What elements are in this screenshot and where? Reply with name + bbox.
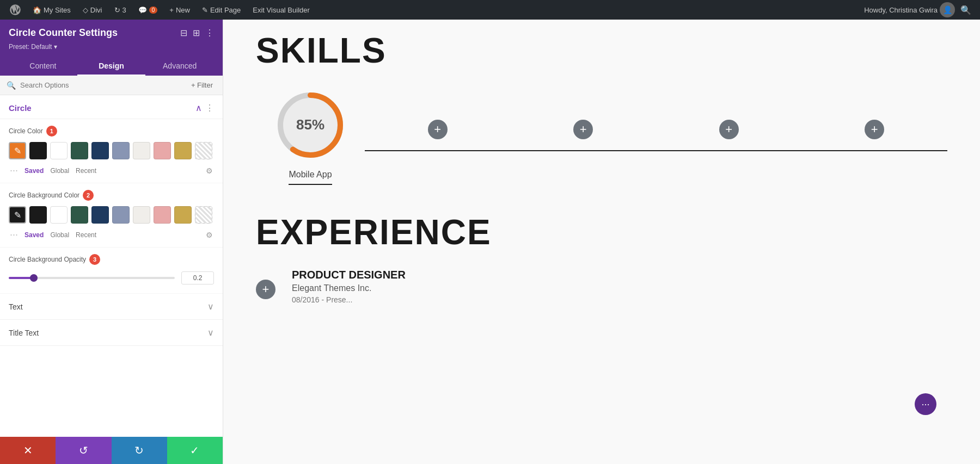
recent-label[interactable]: Recent — [76, 167, 96, 175]
edit-page-btn[interactable]: ✎ Edit Page — [198, 0, 245, 20]
circle-section-title: Circle — [9, 103, 32, 113]
search-input[interactable] — [20, 81, 183, 89]
tab-design[interactable]: Design — [77, 57, 146, 76]
howdy-label: Howdy, Christina Gwira — [864, 6, 938, 14]
bg-color-swatch-cream[interactable] — [133, 206, 150, 224]
my-sites-btn[interactable]: 🏠 My Sites — [28, 0, 75, 20]
admin-bar: 🏠 My Sites ◇ Divi ↻ 3 💬 0 + New ✎ Edit P… — [0, 0, 980, 20]
panel-title: Circle Counter Settings — [9, 27, 118, 39]
more-icon[interactable]: ⋮ — [205, 28, 214, 38]
exit-builder-btn[interactable]: Exit Visual Builder — [248, 0, 314, 20]
panel-tabs: Content Design Advanced — [9, 57, 214, 76]
color-swatch-none[interactable] — [195, 142, 212, 159]
preset-chevron: ▾ — [54, 43, 57, 51]
color-swatch-cream[interactable] — [133, 142, 150, 159]
title-text-section-chevron: ∨ — [207, 327, 214, 338]
circle-section-header: Circle ∧ ⋮ — [0, 95, 223, 119]
admin-bar-right: Howdy, Christina Gwira 👤 🔍 — [864, 2, 975, 17]
job-title: PRODUCT DESIGNER — [292, 269, 947, 281]
pencil-icon: ✎ — [202, 6, 208, 14]
grid-icon[interactable]: ⊞ — [193, 28, 200, 38]
redo-button[interactable]: ↻ — [112, 437, 167, 464]
color-swatch-orange[interactable]: ✎ — [9, 142, 26, 159]
filter-button[interactable]: + Filter — [188, 80, 216, 90]
color-swatch-black[interactable] — [29, 142, 47, 159]
color-swatch-navy[interactable] — [91, 142, 109, 159]
add-module-btn-2[interactable]: + — [573, 120, 593, 139]
bg-swatch-dots[interactable]: ··· — [10, 229, 18, 240]
panel-title-row: Circle Counter Settings ⊟ ⊞ ⋮ — [9, 27, 214, 39]
save-button[interactable]: ✓ — [167, 437, 223, 464]
opacity-slider-thumb[interactable] — [30, 274, 38, 282]
add-line-1 — [365, 150, 511, 151]
add-col-4: + — [802, 87, 948, 151]
bg-color-swatch-none[interactable] — [195, 206, 212, 224]
circle-color-swatches: ✎ — [9, 142, 214, 159]
plus-icon: + — [169, 6, 174, 14]
circle-section-more[interactable]: ⋮ — [205, 103, 214, 113]
new-label: New — [176, 6, 190, 14]
bg-color-swatch-pink[interactable] — [154, 206, 171, 224]
title-text-section[interactable]: Title Text ∨ — [0, 320, 223, 346]
bg-color-swatch-gold[interactable] — [174, 206, 192, 224]
add-module-btn-1[interactable]: + — [428, 120, 448, 139]
search-bar: 🔍 + Filter — [0, 76, 223, 95]
text-section-chevron: ∨ — [207, 301, 214, 312]
search-icon[interactable]: 🔍 — [957, 5, 975, 15]
bg-color-swatch-white[interactable] — [50, 206, 68, 224]
comments-btn[interactable]: 💬 0 — [134, 0, 162, 20]
swatch-gear-icon[interactable]: ⚙ — [206, 166, 213, 175]
undo-button[interactable]: ↺ — [56, 437, 111, 464]
add-module-btn-3[interactable]: + — [719, 120, 739, 139]
opacity-value-input[interactable] — [181, 271, 214, 284]
bg-global-label[interactable]: Global — [50, 231, 69, 239]
opacity-slider-track — [9, 277, 175, 279]
exp-add-btn[interactable]: + — [256, 280, 275, 299]
floating-dots-button[interactable]: ··· — [915, 393, 936, 415]
tab-advanced[interactable]: Advanced — [145, 57, 214, 76]
color-swatch-gold[interactable] — [174, 142, 192, 159]
circle-underline — [289, 184, 332, 185]
bottom-toolbar: ✕ ↺ ↻ ✓ — [0, 437, 223, 464]
add-line-2 — [511, 150, 657, 151]
color-swatch-green[interactable] — [71, 142, 88, 159]
comments-badge: 0 — [149, 7, 158, 14]
add-module-btn-4[interactable]: + — [865, 120, 884, 139]
bg-color-swatch-navy[interactable] — [91, 206, 109, 224]
bg-color-swatch-black[interactable] — [29, 206, 47, 224]
global-label[interactable]: Global — [50, 167, 69, 175]
circle-collapse-chevron[interactable]: ∧ — [195, 103, 202, 113]
search-icon: 🔍 — [7, 81, 16, 90]
bg-color-swatch-green[interactable] — [71, 206, 88, 224]
section-controls: ∧ ⋮ — [195, 103, 214, 113]
wordpress-logo-btn[interactable] — [5, 0, 25, 20]
tab-content[interactable]: Content — [9, 57, 77, 76]
new-btn[interactable]: + New — [165, 0, 194, 20]
preset-label: Preset: Default — [9, 43, 52, 51]
color-swatch-slate[interactable] — [112, 142, 130, 159]
circle-bg-color-badge: 2 — [83, 190, 94, 201]
exp-content: PRODUCT DESIGNER Elegant Themes Inc. 08/… — [292, 269, 947, 304]
divi-btn[interactable]: ◇ Divi — [78, 0, 107, 20]
add-col-3: + — [656, 87, 802, 151]
bg-saved-label[interactable]: Saved — [24, 231, 44, 239]
share-btn[interactable]: ↻ 3 — [110, 0, 131, 20]
saved-label[interactable]: Saved — [24, 167, 44, 175]
text-section-label: Text — [9, 302, 23, 311]
minimize-icon[interactable]: ⊟ — [180, 28, 187, 38]
bg-recent-label[interactable]: Recent — [76, 231, 96, 239]
panel-title-icons: ⊟ ⊞ ⋮ — [180, 28, 214, 38]
circle-bg-color-swatches: ✎ — [9, 206, 214, 224]
color-swatch-pink[interactable] — [154, 142, 171, 159]
swatch-dots[interactable]: ··· — [10, 165, 18, 176]
preset-selector[interactable]: Preset: Default ▾ — [9, 43, 214, 51]
text-section[interactable]: Text ∨ — [0, 294, 223, 320]
cancel-button[interactable]: ✕ — [0, 437, 56, 464]
company: Elegant Themes Inc. — [292, 283, 947, 293]
swatch-meta-circle-bg: ··· Saved Global Recent ⚙ — [9, 229, 214, 240]
bg-color-swatch-slate[interactable] — [112, 206, 130, 224]
bg-swatch-gear-icon[interactable]: ⚙ — [206, 231, 213, 239]
bg-color-swatch-black-active[interactable]: ✎ — [9, 206, 26, 224]
color-swatch-white[interactable] — [50, 142, 68, 159]
opacity-slider-container — [9, 271, 214, 284]
